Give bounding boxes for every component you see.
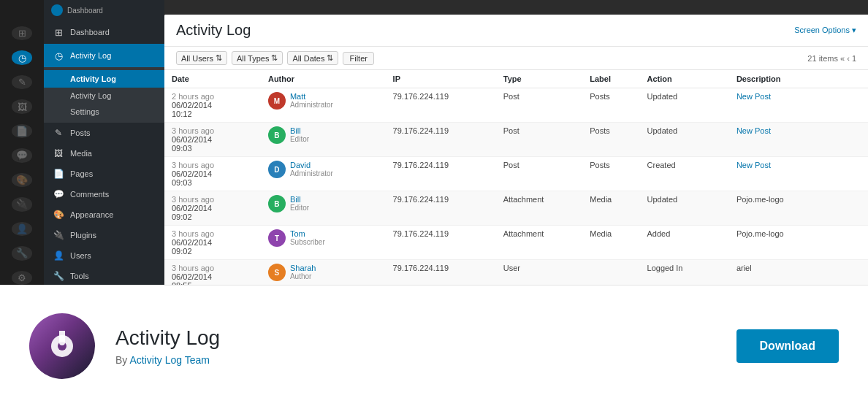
author-name[interactable]: Tom (290, 229, 325, 238)
filter-button[interactable]: Filter (343, 52, 373, 65)
sidebar-item-posts[interactable]: ✎ Posts (44, 123, 164, 143)
cell-label (582, 260, 639, 286)
plugin-logo (29, 313, 95, 379)
sidebar-bg-icon-8: 🔌 (12, 197, 32, 211)
plugin-info-area: Activity Log By Activity Log Team Downlo… (0, 285, 868, 406)
all-dates-arrow: ⇅ (327, 53, 333, 63)
sidebar-item-dashboard[interactable]: ⊞ Dashboard (44, 20, 164, 44)
author-link[interactable]: Activity Log Team (129, 354, 209, 366)
cell-label: Media (582, 226, 639, 260)
author-role: Editor (290, 135, 309, 143)
author-name[interactable]: David (290, 161, 333, 169)
sidebar-item-plugins[interactable]: 🔌 Plugins (44, 225, 164, 245)
cell-description[interactable]: New Post (729, 157, 868, 191)
plugin-title: Activity Log (115, 326, 839, 350)
cell-description: Pojo.me-logo (729, 191, 868, 226)
sidebar-bg-icon-11: ⚙ (12, 271, 32, 285)
cell-date: 3 hours ago06/02/201409:02 (164, 191, 261, 226)
activity-log-icon: ◷ (53, 50, 64, 61)
panel-title: Activity Log (176, 22, 251, 39)
all-users-label: All Users (181, 54, 213, 63)
sidebar-item-users[interactable]: 👤 Users (44, 245, 164, 266)
sidebar-item-media[interactable]: 🖼 Media (44, 143, 164, 164)
sidebar-bg-icon-7: 🎨 (12, 173, 32, 187)
sidebar-bg-icon-9: 👤 (12, 222, 32, 236)
sidebar-bg-icon-10: 🔧 (12, 246, 32, 260)
cell-ip: 79.176.224.119 (386, 226, 496, 260)
cell-description[interactable]: New Post (729, 123, 868, 157)
cell-date: 3 hours ago06/02/201409:02 (164, 226, 261, 260)
all-dates-label: All Dates (292, 54, 324, 63)
screen-options-link[interactable]: Screen Options ▾ (794, 26, 856, 35)
all-users-filter[interactable]: All Users ⇅ (176, 51, 227, 65)
sidebar-bg-icon-6: 💬 (12, 148, 32, 162)
sidebar-dashboard-label: Dashboard (70, 28, 110, 37)
cell-action: Updated (640, 191, 729, 226)
cell-ip: 79.176.224.119 (386, 123, 496, 157)
sidebar-item-comments[interactable]: 💬 Comments (44, 184, 164, 204)
description-link[interactable]: New Post (736, 92, 771, 101)
cell-label: Media (582, 191, 639, 226)
cell-date: 3 hours ago06/02/201409:03 (164, 157, 261, 191)
avatar: M (268, 92, 286, 110)
cell-description: ariel (729, 260, 868, 286)
cell-type: Attachment (496, 191, 583, 226)
all-types-arrow: ⇅ (271, 53, 278, 63)
sidebar-bg-icon-1: ⊞ (12, 26, 32, 40)
cell-label: Posts (582, 123, 639, 157)
cell-date: 2 hours ago06/02/201410:12 (164, 88, 261, 123)
col-author: Author (261, 70, 386, 88)
table-row: 2 hours ago06/02/201410:12 M Matt Admini… (164, 88, 868, 123)
all-dates-filter[interactable]: All Dates ⇅ (287, 51, 338, 65)
submenu-item-settings[interactable]: Settings (44, 104, 164, 120)
cell-ip: 79.176.224.119 (386, 88, 496, 123)
filters-bar: All Users ⇅ All Types ⇅ All Dates ⇅ Filt… (164, 47, 868, 70)
cell-type: Post (496, 123, 583, 157)
all-users-arrow: ⇅ (216, 53, 222, 63)
col-date: Date (164, 70, 261, 88)
sidebar-bg-icon-3: ✎ (12, 75, 32, 89)
avatar: B (268, 126, 286, 144)
cell-author: T Tom Subscriber (261, 226, 386, 260)
cell-action: Added (640, 226, 729, 260)
download-button[interactable]: Download (736, 329, 839, 363)
author-role: Administrator (290, 169, 333, 177)
cell-ip: 79.176.224.119 (386, 191, 496, 226)
users-icon: 👤 (53, 250, 64, 261)
author-name[interactable]: Bill (290, 195, 309, 204)
screenshot-area: ⊞ ◷ ✎ 🖼 📄 💬 🎨 🔌 👤 🔧 ⚙ Dashboard ⊞ Dashbo… (0, 0, 868, 285)
sidebar-item-activity-log[interactable]: ◷ Activity Log (44, 44, 164, 67)
author-name[interactable]: Sharah (290, 264, 316, 272)
author-name[interactable]: Bill (290, 126, 309, 135)
cell-description[interactable]: New Post (729, 88, 868, 123)
appearance-icon: 🎨 (53, 210, 64, 220)
cell-author: B Bill Editor (261, 123, 386, 157)
sidebar-item-pages[interactable]: 📄 Pages (44, 164, 164, 184)
avatar: D (268, 161, 286, 178)
sidebar-item-appearance[interactable]: 🎨 Appearance (44, 204, 164, 225)
plugin-info: Activity Log By Activity Log Team (115, 326, 839, 366)
submenu-title[interactable]: Activity Log (44, 70, 164, 88)
description-link[interactable]: New Post (736, 126, 771, 135)
avatar: B (268, 195, 286, 212)
sidebar-item-tools[interactable]: 🔧 Tools (44, 266, 164, 285)
posts-icon: ✎ (53, 128, 64, 138)
all-types-filter[interactable]: All Types ⇅ (232, 51, 283, 65)
cell-author: S Sharah Author (261, 260, 386, 286)
cell-action: Updated (640, 88, 729, 123)
table-row: 3 hours ago06/02/201409:03 D David Admin… (164, 157, 868, 191)
items-count: 21 items « ‹ 1 (807, 54, 856, 63)
pages-icon: 📄 (53, 169, 64, 179)
table-row: 3 hours ago06/02/201409:02 B Bill Editor… (164, 191, 868, 226)
cell-date: 3 hours ago06/02/201408:55 (164, 260, 261, 286)
wp-icon-sidebar: ⊞ ◷ ✎ 🖼 📄 💬 🎨 🔌 👤 🔧 ⚙ (0, 0, 44, 285)
author-role: Editor (290, 204, 309, 212)
avatar: T (268, 229, 286, 247)
description-link[interactable]: New Post (736, 161, 771, 169)
submenu-item-activity[interactable]: Activity Log (44, 88, 164, 104)
cell-type: Post (496, 88, 583, 123)
author-name[interactable]: Matt (290, 92, 333, 101)
table-row: 3 hours ago06/02/201409:02 T Tom Subscri… (164, 226, 868, 260)
media-icon: 🖼 (53, 148, 64, 158)
col-type: Type (496, 70, 583, 88)
